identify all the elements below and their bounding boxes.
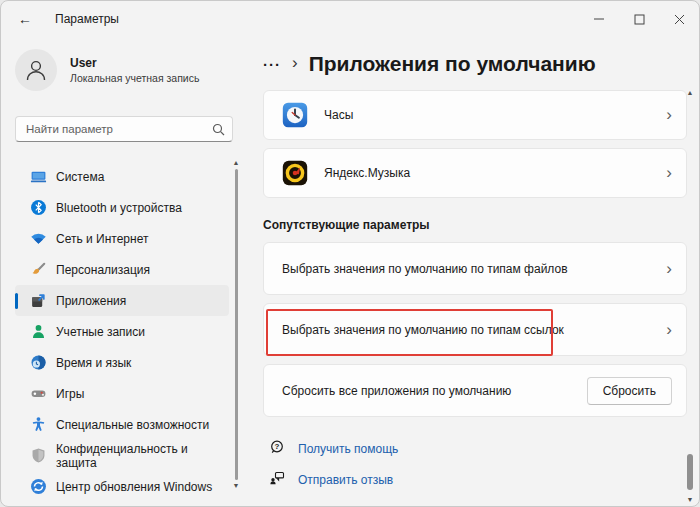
sidebar-item-network[interactable]: Сеть и Интернет xyxy=(15,223,229,254)
window-title: Параметры xyxy=(55,12,119,26)
maximize-icon[interactable] xyxy=(619,1,659,37)
privacy-icon xyxy=(30,447,47,464)
setting-label: Выбрать значения по умолчанию по типам ф… xyxy=(282,262,568,276)
main-scrollbar[interactable]: ▲ ▼ xyxy=(684,89,696,504)
sidebar-item-accounts[interactable]: Учетные записи xyxy=(15,316,229,347)
sidebar-item-gaming[interactable]: Игры xyxy=(15,378,229,409)
system-icon xyxy=(30,168,47,185)
chevron-right-icon: › xyxy=(666,320,672,340)
gaming-icon xyxy=(30,385,47,402)
sidebar-scrollbar[interactable]: ▲ ▼ xyxy=(231,159,241,490)
reset-label: Сбросить все приложения по умолчанию xyxy=(282,384,511,398)
scroll-down-icon[interactable]: ▼ xyxy=(687,496,694,504)
sidebar-item-system[interactable]: Система xyxy=(15,161,229,192)
sidebar-item-label: Система xyxy=(56,170,104,184)
sidebar-nav: Система Bluetooth и устройства Сеть и Ин… xyxy=(15,161,229,502)
scroll-down-icon[interactable]: ▼ xyxy=(233,482,240,490)
chevron-right-icon: › xyxy=(666,259,672,279)
close-icon[interactable] xyxy=(659,1,699,37)
sidebar: User Локальная учетная запись xyxy=(1,37,251,507)
sidebar-item-personalization[interactable]: Персонализация xyxy=(15,254,229,285)
sidebar-item-label: Центр обновления Windows xyxy=(56,480,212,494)
sidebar-item-accessibility[interactable]: Специальные возможности xyxy=(15,409,229,440)
get-help-link[interactable]: Получить помощь xyxy=(298,442,398,456)
time-language-icon xyxy=(30,354,47,371)
sidebar-item-label: Конфиденциальность и защита xyxy=(56,442,229,470)
chevron-right-icon: › xyxy=(666,163,672,183)
chevron-right-icon: › xyxy=(666,105,672,125)
sidebar-item-label: Время и язык xyxy=(56,356,131,370)
sidebar-item-label: Персонализация xyxy=(56,263,150,277)
sidebar-item-label: Игры xyxy=(56,387,84,401)
windows-update-icon xyxy=(30,478,47,495)
search-box xyxy=(15,116,233,142)
user-profile[interactable]: User Локальная учетная запись xyxy=(15,49,235,91)
breadcrumb: ··· › Приложения по умолчанию xyxy=(263,49,687,79)
accounts-icon xyxy=(30,323,47,340)
breadcrumb-ellipsis-button[interactable]: ··· xyxy=(263,56,281,73)
scroll-up-icon[interactable]: ▲ xyxy=(687,89,694,97)
setting-row-defaults-by-file-type[interactable]: Выбрать значения по умолчанию по типам ф… xyxy=(263,242,687,295)
sidebar-scrollbar-thumb[interactable] xyxy=(235,169,238,480)
setting-row-defaults-by-link-type[interactable]: Выбрать значения по умолчанию по типам с… xyxy=(263,303,687,356)
sidebar-item-label: Сеть и Интернет xyxy=(56,232,148,246)
breadcrumb-chevron-icon: › xyxy=(292,53,298,73)
main-content: ··· › Приложения по умолчанию Часы › xyxy=(251,37,699,507)
app-row-yandex-music[interactable]: Яндекс.Музыка › xyxy=(263,148,687,198)
personalization-icon xyxy=(30,261,47,278)
clock-app-icon xyxy=(282,102,308,128)
reset-button[interactable]: Сбросить xyxy=(587,377,672,405)
back-icon[interactable]: ← xyxy=(9,6,41,32)
get-help-icon: ? xyxy=(269,439,285,459)
svg-text:?: ? xyxy=(275,442,280,451)
sidebar-item-label: Приложения xyxy=(56,294,126,308)
bluetooth-icon xyxy=(30,199,47,216)
sidebar-item-label: Специальные возможности xyxy=(56,418,209,432)
sidebar-item-bluetooth[interactable]: Bluetooth и устройства xyxy=(15,192,229,223)
settings-window: ← Параметры xyxy=(0,0,700,507)
yandex-music-icon xyxy=(282,160,308,186)
accessibility-icon xyxy=(30,416,47,433)
sidebar-item-label: Bluetooth и устройства xyxy=(56,201,182,215)
minimize-icon[interactable] xyxy=(579,1,619,37)
send-feedback-icon xyxy=(269,470,285,490)
sidebar-item-time-language[interactable]: Время и язык xyxy=(15,347,229,378)
sidebar-item-windows-update[interactable]: Центр обновления Windows xyxy=(15,471,229,502)
search-input[interactable] xyxy=(15,116,233,142)
app-name: Часы xyxy=(324,108,353,122)
sidebar-item-privacy[interactable]: Конфиденциальность и защита xyxy=(15,440,229,471)
sidebar-item-apps[interactable]: Приложения xyxy=(15,285,229,316)
apps-icon xyxy=(30,292,47,309)
send-feedback-link[interactable]: Отправить отзыв xyxy=(298,473,393,487)
account-type: Локальная учетная запись xyxy=(70,72,199,84)
app-row-clock[interactable]: Часы › xyxy=(263,90,687,140)
sidebar-item-label: Учетные записи xyxy=(56,325,145,339)
setting-label: Выбрать значения по умолчанию по типам с… xyxy=(282,323,564,337)
user-name: User xyxy=(70,56,199,71)
related-settings-header: Сопутствующие параметры xyxy=(263,218,687,232)
page-title: Приложения по умолчанию xyxy=(309,52,596,76)
network-icon xyxy=(30,230,47,247)
get-help-row: ? Получить помощь xyxy=(263,439,687,459)
search-icon xyxy=(212,122,225,140)
avatar xyxy=(15,49,57,91)
reset-defaults-row: Сбросить все приложения по умолчанию Сбр… xyxy=(263,364,687,417)
send-feedback-row: Отправить отзыв xyxy=(263,470,687,490)
main-scrollbar-thumb[interactable] xyxy=(687,454,693,490)
app-name: Яндекс.Музыка xyxy=(324,166,410,180)
titlebar: ← Параметры xyxy=(1,1,699,37)
scroll-up-icon[interactable]: ▲ xyxy=(233,159,240,167)
